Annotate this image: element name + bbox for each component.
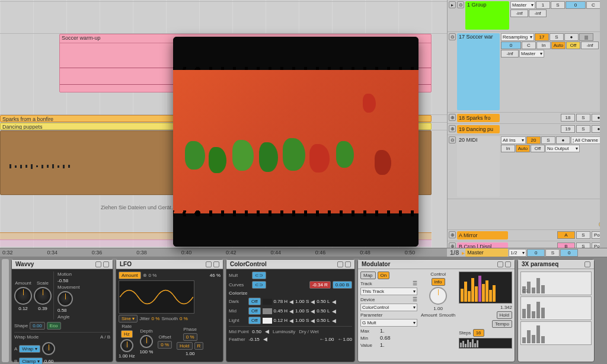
curves-b[interactable]: 0.00 B (333, 281, 352, 289)
master-label[interactable]: Master (465, 248, 508, 257)
group-c[interactable]: C (586, 1, 600, 9)
send-a-num[interactable]: A (557, 231, 575, 239)
dancing-num[interactable]: 19 (561, 125, 575, 133)
tempo-button[interactable]: Tempo (492, 320, 512, 328)
scale-knob[interactable] (34, 287, 52, 305)
save-icon[interactable] (206, 261, 212, 267)
mid-off[interactable]: Off (248, 307, 261, 315)
save-icon[interactable] (95, 261, 101, 267)
off-button[interactable]: Off (566, 41, 580, 49)
collapse-icon[interactable]: ⊝ (449, 33, 456, 40)
paramseq-lane-2[interactable] (520, 296, 592, 320)
vertical-scrollbar[interactable] (600, 0, 607, 255)
solo-button[interactable]: S (576, 114, 590, 122)
send-a-label[interactable]: A Mirror (457, 231, 508, 240)
midi-num[interactable]: 20 (526, 136, 541, 144)
track-select[interactable]: This Track▾ (360, 288, 417, 295)
eco-button[interactable]: Eco (47, 322, 61, 330)
control-knob[interactable] (429, 287, 447, 305)
collapse-icon[interactable]: ⊕ (449, 125, 456, 132)
solo-button[interactable]: S (550, 33, 564, 41)
device-title-bar[interactable]: Modulator (358, 260, 515, 269)
param-select[interactable]: G Mult▾ (360, 319, 417, 327)
device-title-bar[interactable]: Wavvy (12, 260, 113, 269)
record-button[interactable]: ● (556, 136, 570, 144)
lfo-wave-select[interactable]: Sine ▾ (119, 315, 138, 323)
power-icon[interactable] (213, 261, 219, 267)
group-send[interactable]: 0 (566, 1, 586, 9)
collapse-icon[interactable]: ⊕ (449, 114, 456, 121)
lfo-amount-tab[interactable]: Amount (119, 272, 141, 279)
r-button[interactable]: R (194, 342, 204, 350)
group-route[interactable]: Master▾ (510, 1, 535, 9)
solo-button[interactable]: S (551, 1, 565, 9)
track-label-soccer[interactable]: 17 Soccer war (457, 33, 500, 110)
master-val[interactable]: 0 (560, 249, 578, 257)
group-num[interactable]: 1 (536, 1, 550, 9)
time-ruler[interactable]: 0:320:340:360:380:400:420:440:460:480:50 (0, 248, 447, 257)
save-icon[interactable] (584, 261, 590, 267)
amount-knob[interactable] (14, 287, 32, 305)
in-button[interactable]: In (536, 41, 551, 49)
depth-knob[interactable] (140, 335, 153, 348)
save-icon[interactable] (337, 261, 343, 267)
solo-button[interactable]: S (576, 231, 590, 239)
soccer-route[interactable]: Resampling▾ (501, 33, 534, 41)
master-div[interactable]: 1/2▾ (509, 249, 526, 257)
power-icon[interactable] (103, 261, 109, 267)
wrap-knob[interactable] (42, 342, 55, 355)
steps-value[interactable]: 16 (473, 329, 484, 337)
off-button[interactable]: Off (531, 145, 545, 152)
map-button[interactable]: Map (360, 272, 376, 279)
list-icon[interactable]: ☰ (413, 280, 417, 286)
auto-button[interactable]: Auto (551, 41, 566, 49)
solo-button[interactable]: S (545, 249, 560, 257)
collapse-icon[interactable]: ⊝ (449, 136, 456, 143)
info-button[interactable]: info (432, 278, 445, 286)
paramseq-lane-3[interactable] (520, 321, 592, 345)
power-icon[interactable] (505, 261, 511, 267)
track-label-dancing[interactable]: 19 Dancing pu (457, 125, 500, 133)
mod-on[interactable]: On (378, 272, 390, 279)
sparks-num[interactable]: 18 (561, 114, 575, 122)
save-icon[interactable] (497, 261, 503, 267)
device-title-bar[interactable]: LFO (116, 260, 223, 269)
power-icon[interactable] (345, 261, 351, 267)
midi-in-route[interactable]: All Ins▾ (501, 136, 526, 144)
dark-off[interactable]: Off (248, 298, 261, 305)
video-preview-window[interactable] (173, 37, 418, 247)
rate-knob[interactable] (120, 339, 133, 352)
track-label-midi[interactable]: 20 MIDI (457, 136, 500, 197)
soccer-c[interactable]: C (522, 41, 536, 49)
light-off[interactable]: Off (248, 317, 261, 324)
paramseq-lane-1[interactable]: C1 (520, 272, 592, 295)
midi-out[interactable]: No Output▾ (545, 145, 580, 152)
wrap-b-mode[interactable]: Clamp ▾ (19, 357, 42, 364)
track-label-sparks[interactable]: 18 Sparks fro (457, 114, 500, 122)
soccer-send[interactable]: 0 (501, 41, 521, 49)
collapse-icon[interactable]: ⊕ (449, 231, 456, 238)
list-icon[interactable]: ☰ (413, 296, 417, 302)
record-button[interactable]: ● (564, 33, 579, 41)
track-label-group[interactable]: 1 Group (465, 1, 509, 30)
curves-toggle[interactable]: ⊂⊃ (252, 281, 266, 289)
wrap-a-mode[interactable]: Wrap ▾ (19, 345, 40, 353)
shape-value[interactable]: 0.00 (30, 322, 45, 330)
solo-button[interactable]: S (576, 125, 590, 133)
solo-button[interactable]: S (541, 136, 555, 144)
movement-knob[interactable] (57, 291, 73, 306)
offset-value[interactable]: 0 % (158, 341, 172, 349)
device-title-bar[interactable]: ColorControl (226, 260, 354, 269)
master-send[interactable]: 0 (527, 249, 545, 257)
device-handle[interactable] (2, 259, 9, 362)
phase-value[interactable]: 0 % (183, 333, 197, 341)
hz-button[interactable]: Hz (121, 330, 133, 338)
collapse-icon[interactable]: ⊝ (457, 1, 464, 8)
hold-button[interactable]: Hold (177, 342, 192, 350)
fold-icon[interactable]: ▸ (449, 1, 456, 8)
mult-toggle[interactable]: ⊂⊃ (252, 272, 266, 279)
soccer-master[interactable]: Master▾ (519, 50, 544, 58)
device-title-bar[interactable]: 3X paramseq (518, 260, 594, 269)
soccer-num[interactable]: 17 (535, 33, 549, 41)
in-button[interactable]: In (501, 145, 515, 152)
